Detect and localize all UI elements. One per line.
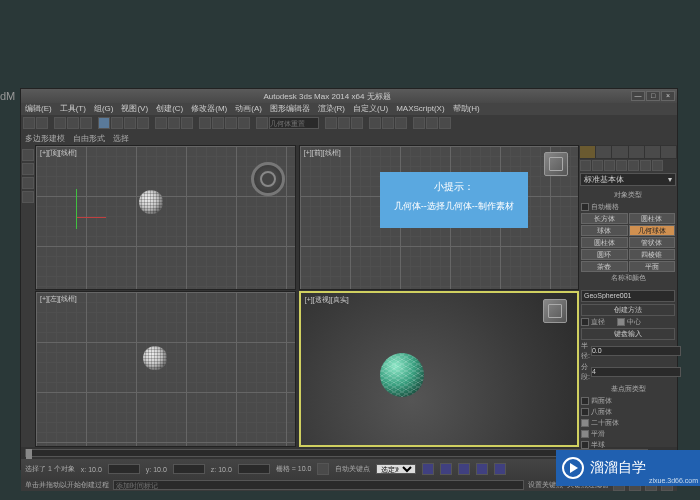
- creation-method-rollout[interactable]: 创建方法: [581, 304, 675, 316]
- btn-teapot[interactable]: 茶壶: [581, 261, 628, 272]
- align-button[interactable]: [338, 117, 350, 129]
- tab-utilities[interactable]: [661, 146, 676, 158]
- systems-icon[interactable]: [652, 160, 663, 171]
- menu-group[interactable]: 组(G): [94, 103, 114, 115]
- radio-icosa[interactable]: [581, 419, 589, 427]
- btn-torus[interactable]: 圆环: [581, 249, 628, 260]
- shapes-icon[interactable]: [592, 160, 603, 171]
- menu-maxscript[interactable]: MAXScript(X): [396, 103, 444, 115]
- ribbon-label-select[interactable]: 选择: [113, 133, 129, 144]
- display-icon[interactable]: [22, 177, 34, 189]
- primitive-dropdown[interactable]: 标准基本体 ▾: [580, 173, 676, 186]
- render-button[interactable]: [439, 117, 451, 129]
- menu-view[interactable]: 视图(V): [121, 103, 148, 115]
- viewport-front-label[interactable]: [+][前][线框]: [304, 148, 341, 158]
- bind-button[interactable]: [80, 117, 92, 129]
- angle-snap[interactable]: [212, 117, 224, 129]
- hierarchy-icon[interactable]: [22, 191, 34, 203]
- nav-wheel-icon[interactable]: [251, 162, 285, 196]
- cameras-icon[interactable]: [616, 160, 627, 171]
- autokey-button[interactable]: [317, 463, 329, 475]
- menu-render[interactable]: 渲染(R): [318, 103, 345, 115]
- tab-hierarchy[interactable]: [612, 146, 627, 158]
- menu-help[interactable]: 帮助(H): [453, 103, 480, 115]
- tab-create[interactable]: [580, 146, 595, 158]
- btn-box[interactable]: 长方体: [581, 213, 628, 224]
- ribbon-label-freeform[interactable]: 自由形式: [73, 133, 105, 144]
- hemi-checkbox[interactable]: [581, 441, 589, 449]
- close-button[interactable]: ×: [661, 91, 675, 101]
- geosphere-object[interactable]: [380, 353, 424, 397]
- keyboard-entry-rollout[interactable]: 键盘输入: [581, 328, 675, 340]
- viewport-left-label[interactable]: [+][左][线框]: [40, 294, 77, 304]
- viewport-perspective[interactable]: [+][透视][真实]: [299, 291, 579, 447]
- mirror-button[interactable]: [325, 117, 337, 129]
- goto-end-button[interactable]: [494, 463, 506, 475]
- layer-button[interactable]: [351, 117, 363, 129]
- z-input[interactable]: [238, 464, 270, 474]
- scale-button[interactable]: [181, 117, 193, 129]
- y-input[interactable]: [173, 464, 205, 474]
- tab-motion[interactable]: [629, 146, 644, 158]
- render-setup-button[interactable]: [413, 117, 425, 129]
- prev-frame-button[interactable]: [440, 463, 452, 475]
- x-input[interactable]: [108, 464, 140, 474]
- autogrid-checkbox[interactable]: [581, 203, 589, 211]
- filter-button[interactable]: [137, 117, 149, 129]
- segments-input[interactable]: [591, 367, 681, 377]
- menu-tools[interactable]: 工具(T): [60, 103, 86, 115]
- schematic-button[interactable]: [382, 117, 394, 129]
- redo-button[interactable]: [36, 117, 48, 129]
- radius-input[interactable]: [591, 346, 681, 356]
- radio-center[interactable]: [617, 318, 625, 326]
- smooth-checkbox[interactable]: [581, 430, 589, 438]
- spacewarps-icon[interactable]: [640, 160, 651, 171]
- rotate-button[interactable]: [168, 117, 180, 129]
- maximize-button[interactable]: □: [646, 91, 660, 101]
- menu-graph[interactable]: 图形编辑器: [270, 103, 310, 115]
- named-sel-button[interactable]: [256, 117, 268, 129]
- radio-tetra[interactable]: [581, 397, 589, 405]
- percent-snap[interactable]: [225, 117, 237, 129]
- btn-geosphere[interactable]: 几何球体: [629, 225, 676, 236]
- viewcube-icon[interactable]: [543, 299, 567, 323]
- btn-tube[interactable]: 管状体: [629, 237, 676, 248]
- goto-start-button[interactable]: [422, 463, 434, 475]
- next-frame-button[interactable]: [476, 463, 488, 475]
- btn-cone[interactable]: 圆柱体: [629, 213, 676, 224]
- lights-icon[interactable]: [604, 160, 615, 171]
- link-button[interactable]: [54, 117, 66, 129]
- menu-customize[interactable]: 自定义(U): [353, 103, 388, 115]
- menu-edit[interactable]: 编辑(E): [25, 103, 52, 115]
- tab-display[interactable]: [645, 146, 660, 158]
- move-button[interactable]: [155, 117, 167, 129]
- undo-button[interactable]: [23, 117, 35, 129]
- menu-animation[interactable]: 动画(A): [235, 103, 262, 115]
- minimize-button[interactable]: —: [631, 91, 645, 101]
- btn-pyramid[interactable]: 四棱锥: [629, 249, 676, 260]
- menu-modifiers[interactable]: 修改器(M): [191, 103, 227, 115]
- menu-create[interactable]: 创建(C): [156, 103, 183, 115]
- viewport-left[interactable]: [+][左][线框]: [35, 291, 296, 447]
- geometry-icon[interactable]: [580, 160, 591, 171]
- btn-sphere[interactable]: 球体: [581, 225, 628, 236]
- scene-explorer-icon[interactable]: [22, 149, 34, 161]
- layer-explorer-icon[interactable]: [22, 163, 34, 175]
- radio-octa[interactable]: [581, 408, 589, 416]
- btn-cylinder[interactable]: 圆柱体: [581, 237, 628, 248]
- select-region-button[interactable]: [124, 117, 136, 129]
- viewport-perspective-label[interactable]: [+][透视][真实]: [305, 295, 349, 305]
- ribbon-label-modeling[interactable]: 多边形建模: [25, 133, 65, 144]
- material-editor-button[interactable]: [395, 117, 407, 129]
- helpers-icon[interactable]: [628, 160, 639, 171]
- select-name-button[interactable]: [111, 117, 123, 129]
- play-button[interactable]: [458, 463, 470, 475]
- tab-modify[interactable]: [596, 146, 611, 158]
- select-button[interactable]: [98, 117, 110, 129]
- time-slider[interactable]: [25, 449, 648, 457]
- viewcube-icon[interactable]: [544, 152, 568, 176]
- snap-toggle[interactable]: [199, 117, 211, 129]
- render-frame-button[interactable]: [426, 117, 438, 129]
- viewport-top[interactable]: [+][顶][线框]: [35, 145, 296, 290]
- spinner-snap[interactable]: [238, 117, 250, 129]
